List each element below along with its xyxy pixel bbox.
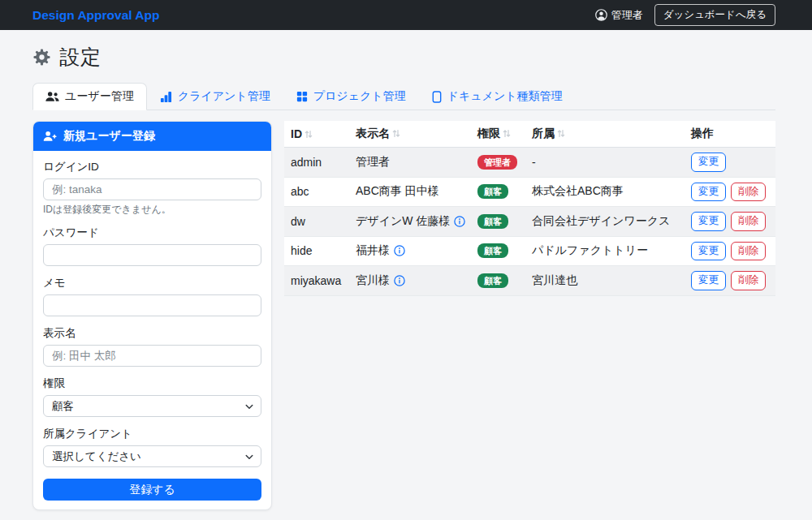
user-id-cell: miyakawa <box>284 266 349 296</box>
user-row-dw: dwデザインW 佐藤様顧客合同会社デザインワークス変更削除 <box>284 207 775 237</box>
table-header-row: ID表示名権限所属操作 <box>284 121 775 148</box>
column-header-label: 操作 <box>691 127 714 140</box>
client-select[interactable]: 選択してください <box>43 445 261 467</box>
user-display-name: 宮川様 <box>356 273 390 288</box>
content: 新規ユーザー登録 ログインID IDは登録後変更できません。 パスワード メモ <box>32 121 775 510</box>
tab-label: ユーザー管理 <box>65 89 134 104</box>
password-input[interactable] <box>43 244 261 266</box>
client-label: 所属クライアント <box>43 427 261 441</box>
role-badge: 管理者 <box>477 155 517 170</box>
column-header-label: ID <box>291 127 302 140</box>
column-header-2[interactable]: 権限 <box>471 121 525 148</box>
sort-icon <box>503 127 511 140</box>
user-display-name: 福井様 <box>356 243 390 258</box>
change-button[interactable]: 変更 <box>691 242 726 261</box>
navbar-right: 管理者 ダッシュボードへ戻る <box>595 4 775 26</box>
tab-2[interactable]: プロジェクト管理 <box>283 83 419 110</box>
delete-button[interactable]: 削除 <box>731 212 766 231</box>
change-button[interactable]: 変更 <box>691 153 726 172</box>
user-role-cell: 顧客 <box>471 177 525 207</box>
role-badge: 顧客 <box>477 243 508 258</box>
current-user: 管理者 <box>595 8 643 23</box>
delete-button[interactable]: 削除 <box>731 242 766 261</box>
user-name-cell: デザインW 佐藤様 <box>349 207 471 237</box>
user-display-name: デザインW 佐藤様 <box>356 214 450 229</box>
column-header-1[interactable]: 表示名 <box>349 121 471 148</box>
current-user-label: 管理者 <box>611 8 643 23</box>
new-user-form: ログインID IDは登録後変更できません。 パスワード メモ 表示名 <box>33 151 271 509</box>
role-label: 権限 <box>43 376 261 391</box>
user-actions-cell: 変更削除 <box>685 266 775 296</box>
info-icon[interactable] <box>394 245 405 256</box>
page-title-text: 設定 <box>59 44 102 71</box>
settings-tabs: ユーザー管理クライアント管理プロジェクト管理ドキュメント種類管理 <box>32 83 775 110</box>
navbar: Design Approval App 管理者 ダッシュボードへ戻る <box>0 0 812 30</box>
user-actions-cell: 変更削除 <box>685 236 775 266</box>
change-button[interactable]: 変更 <box>691 183 726 202</box>
user-belongs-cell: - <box>525 148 685 178</box>
new-user-card-title: 新規ユーザー登録 <box>63 129 155 144</box>
gear-icon <box>32 48 51 67</box>
user-id-cell: hide <box>284 236 349 266</box>
user-name-cell: 福井様 <box>349 236 471 266</box>
user-belongs-cell: 株式会社ABC商事 <box>525 177 685 207</box>
column-header-label: 表示名 <box>356 127 390 140</box>
password-label: パスワード <box>43 226 261 240</box>
login-id-help: IDは登録後変更できません。 <box>43 204 261 216</box>
change-button[interactable]: 変更 <box>691 271 726 290</box>
user-display-name: ABC商事 田中様 <box>356 184 439 199</box>
display-name-input[interactable] <box>43 345 261 367</box>
settings-page: 設定 ユーザー管理クライアント管理プロジェクト管理ドキュメント種類管理 新規 <box>0 44 812 510</box>
user-role-cell: 顧客 <box>471 236 525 266</box>
new-user-card: 新規ユーザー登録 ログインID IDは登録後変更できません。 パスワード メモ <box>32 121 272 510</box>
info-icon[interactable] <box>454 216 465 227</box>
info-icon[interactable] <box>394 275 405 286</box>
user-id-cell: admin <box>284 148 349 178</box>
delete-button[interactable]: 削除 <box>731 271 766 290</box>
user-id-cell: abc <box>284 177 349 207</box>
role-badge: 顧客 <box>477 273 508 288</box>
login-id-label: ログインID <box>43 160 261 174</box>
column-header-0[interactable]: ID <box>284 121 349 148</box>
role-badge: 顧客 <box>477 184 508 199</box>
role-select[interactable]: 顧客 <box>43 395 261 417</box>
user-row-abc: abcABC商事 田中様顧客株式会社ABC商事変更削除 <box>284 177 775 207</box>
sort-icon <box>557 127 565 140</box>
new-user-card-header: 新規ユーザー登録 <box>33 122 271 151</box>
users-table-panel: ID表示名権限所属操作 admin管理者管理者-変更abcABC商事 田中様顧客… <box>284 121 775 296</box>
app-title[interactable]: Design Approval App <box>32 8 159 23</box>
user-belongs-cell: 合同会社デザインワークス <box>525 207 685 237</box>
user-row-miyakawa: miyakawa宮川様顧客宮川達也変更削除 <box>284 266 775 296</box>
change-button[interactable]: 変更 <box>691 212 726 231</box>
user-belongs-cell: 宮川達也 <box>525 266 685 296</box>
page-title: 設定 <box>32 44 775 71</box>
memo-label: メモ <box>43 276 261 290</box>
document-icon <box>432 91 442 103</box>
tab-label: プロジェクト管理 <box>313 89 406 104</box>
user-actions-cell: 変更削除 <box>685 207 775 237</box>
user-actions-cell: 変更削除 <box>685 177 775 207</box>
tab-1[interactable]: クライアント管理 <box>147 83 283 110</box>
column-header-3[interactable]: 所属 <box>525 121 685 148</box>
user-name-cell: ABC商事 田中様 <box>349 177 471 207</box>
users-table: ID表示名権限所属操作 admin管理者管理者-変更abcABC商事 田中様顧客… <box>284 121 775 296</box>
column-header-label: 所属 <box>532 127 555 140</box>
delete-button[interactable]: 削除 <box>731 183 766 202</box>
back-to-dashboard-button[interactable]: ダッシュボードへ戻る <box>654 4 775 26</box>
person-plus-icon <box>43 131 57 142</box>
user-actions-cell: 変更 <box>685 148 775 178</box>
tab-0[interactable]: ユーザー管理 <box>32 83 147 110</box>
column-header-label: 権限 <box>477 127 500 140</box>
tab-3[interactable]: ドキュメント種類管理 <box>419 83 576 110</box>
user-role-cell: 管理者 <box>471 148 525 178</box>
memo-input[interactable] <box>43 294 261 316</box>
tab-label: クライアント管理 <box>178 89 270 104</box>
grid-icon <box>296 91 308 102</box>
person-circle-icon <box>595 9 607 21</box>
user-role-cell: 顧客 <box>471 266 525 296</box>
role-badge: 顧客 <box>477 214 508 229</box>
user-id-cell: dw <box>284 207 349 237</box>
column-header-4: 操作 <box>685 121 775 148</box>
register-button[interactable]: 登録する <box>43 479 261 501</box>
login-id-input[interactable] <box>43 178 261 200</box>
